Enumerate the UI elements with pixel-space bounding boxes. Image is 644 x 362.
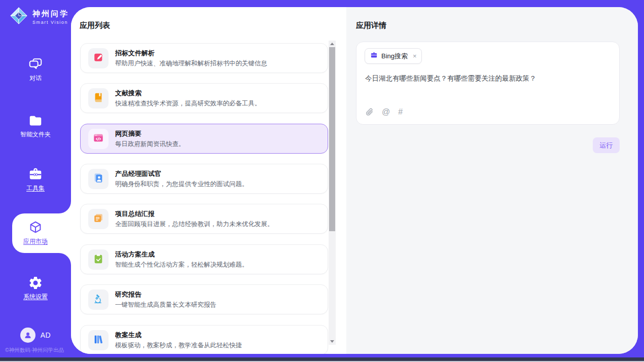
app-card-title: 招标文件解析 [115, 50, 267, 56]
diamond-logo-icon [9, 6, 28, 27]
app-card-desc: 全面回顾项目进展，总结经验教训，助力未来优化发展。 [115, 221, 274, 228]
app-icon-tile [88, 249, 109, 270]
attachment-toolbar: @# [365, 107, 403, 116]
app-card[interactable]: 教案生成 模板驱动，教案秒成，教学准备从此轻松快捷 [80, 325, 328, 354]
toolbox-icon [28, 167, 43, 182]
scrollbar-down-arrow[interactable] [329, 338, 336, 345]
browser-icon [93, 132, 104, 146]
briefcase-icon [370, 51, 378, 61]
cube-icon [28, 220, 43, 235]
scrollbar-thumb[interactable] [329, 47, 335, 231]
user-initials: AD [41, 331, 51, 339]
sidebar-item-label: 工具集 [26, 185, 45, 192]
query-text[interactable]: 今日湖北有哪些新闻要点？有哪些需要关注的最新政策？ [365, 74, 609, 84]
app-card-desc: 帮助用户快速、准确地理解和解析招标书中的关键信息 [115, 60, 267, 67]
app-card-desc: 智能生成个性化活动方案，轻松解决规划难题。 [115, 262, 248, 268]
folder-icon [28, 113, 43, 128]
sidebar-item-chat[interactable]: 对话 [0, 57, 71, 82]
brand-name: 神州问学 [32, 9, 69, 19]
notes-icon [93, 212, 104, 226]
hash-icon[interactable]: # [398, 108, 403, 116]
sidebar-item-toolbox[interactable]: 工具集 [0, 167, 71, 192]
query-input-card[interactable]: Bing搜索 × 今日湖北有哪些新闻要点？有哪些需要关注的最新政策？ @# [356, 42, 620, 125]
bubble-fillet-top [59, 201, 71, 213]
app-icon-tile [88, 330, 109, 350]
scrollbar[interactable] [329, 41, 336, 345]
interview-icon [93, 172, 104, 186]
app-detail-panel: 应用详情 Bing搜索 × 今日湖北有哪些新闻要点？有哪些需要关注的最新政策？ … [346, 7, 638, 354]
app-card-desc: 一键智能生成高质量长文本研究报告 [115, 302, 217, 308]
app-card-desc: 模板驱动，教案秒成，教学准备从此轻松快捷 [115, 342, 242, 349]
app-card[interactable]: 产品经理面试官 明确身份和职责，为您提供专业性的面试问题。 [80, 164, 328, 194]
gear-icon [28, 275, 43, 291]
app-list: 招标文件解析 帮助用户快速、准确地理解和解析招标书中的关键信息 文献搜索 快速精… [71, 7, 346, 354]
sidebar-item-cube[interactable]: 应用市场 [0, 220, 71, 245]
sidebar-item-label: 系统设置 [23, 294, 48, 300]
app-icon-tile [88, 88, 109, 108]
books-icon [93, 334, 104, 347]
bottom-bar [0, 357, 644, 362]
paperclip-icon[interactable] [365, 107, 374, 116]
app-card[interactable]: 招标文件解析 帮助用户快速、准确地理解和解析招标书中的关键信息 [80, 43, 328, 73]
app-card-title: 文献搜索 [115, 90, 261, 96]
app-card-desc: 明确身份和职责，为您提供专业性的面试问题。 [115, 181, 248, 188]
sidebar-item-label: 智能文件夹 [20, 131, 51, 138]
brand: 神州问学 Smart Vision [9, 6, 69, 27]
app-card-desc: 每日政府新闻资讯快查。 [115, 141, 185, 148]
copyright-text: ©神州数码·神州问学出品 [5, 347, 64, 354]
run-button[interactable]: 运行 [593, 137, 620, 153]
bubble-fillet-bottom [59, 253, 71, 265]
clipboard-check-icon [93, 253, 104, 266]
tool-tag-bing[interactable]: Bing搜索 × [365, 48, 422, 64]
microscope-icon [93, 293, 104, 306]
scrollbar-up-arrow[interactable] [329, 41, 336, 47]
app-card-title: 活动方案生成 [115, 251, 248, 258]
at-icon[interactable]: @ [382, 108, 390, 116]
person-icon [23, 331, 32, 340]
app-icon-tile [88, 48, 109, 68]
app-list-panel: 应用列表 招标文件解析 帮助用户快速、准确地理解和解析招标书中的关键信息 文献搜… [71, 7, 346, 354]
edit-doc-icon [93, 52, 104, 65]
app-card[interactable]: 研究报告 一键智能生成高质量长文本研究报告 [80, 284, 328, 314]
app-card-title: 研究报告 [115, 291, 217, 298]
tool-tag-label: Bing搜索 [381, 52, 408, 61]
app-card[interactable]: 活动方案生成 智能生成个性化活动方案，轻松解决规划难题。 [80, 244, 328, 274]
sidebar-item-label: 应用市场 [23, 238, 48, 245]
brand-subtitle: Smart Vision [32, 20, 69, 25]
app-card[interactable]: 文献搜索 快速精准查找学术资源，提高研究效率的必备工具。 [80, 83, 328, 113]
app-card-desc: 快速精准查找学术资源，提高研究效率的必备工具。 [115, 100, 261, 107]
avatar [20, 328, 35, 343]
sidebar-item-folder[interactable]: 智能文件夹 [0, 113, 71, 138]
user-profile[interactable]: AD [0, 328, 71, 343]
sidebar-item-gear[interactable]: 系统设置 [0, 275, 71, 300]
book-icon [93, 92, 104, 105]
sidebar-item-label: 对话 [29, 75, 42, 82]
app-card-title: 网页摘要 [115, 130, 185, 137]
app-icon-tile [88, 129, 109, 149]
app-icon-tile [88, 169, 109, 189]
app-card[interactable]: 网页摘要 每日政府新闻资讯快查。 [80, 124, 328, 154]
app-card-title: 项目总结汇报 [115, 210, 274, 217]
main-container: 应用列表 招标文件解析 帮助用户快速、准确地理解和解析招标书中的关键信息 文献搜… [71, 7, 638, 354]
app-card[interactable]: 项目总结汇报 全面回顾项目进展，总结经验教训，助力未来优化发展。 [80, 204, 328, 234]
chat-icon [28, 57, 43, 72]
app-card-title: 教案生成 [115, 332, 242, 338]
app-icon-tile [88, 209, 109, 229]
app-detail-title: 应用详情 [356, 21, 386, 30]
app-card-title: 产品经理面试官 [115, 170, 248, 177]
sidebar: 神州问学 Smart Vision 对话 智能文件夹 工具集 应用市场 系统设置 [0, 0, 71, 362]
page-root: 神州问学 Smart Vision 对话 智能文件夹 工具集 应用市场 系统设置 [0, 0, 644, 362]
app-icon-tile [88, 289, 109, 310]
close-icon[interactable]: × [413, 52, 417, 60]
